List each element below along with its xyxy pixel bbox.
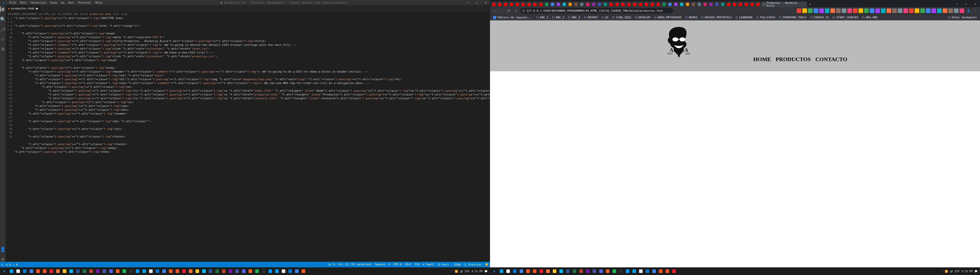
extension-icon[interactable] bbox=[864, 8, 869, 13]
taskbar-app-icon[interactable] bbox=[525, 268, 531, 275]
taskbar-app-icon[interactable] bbox=[227, 268, 234, 275]
bookmark-folder[interactable]: 🗀ENC_1 bbox=[535, 15, 550, 20]
tab-productos-html[interactable]: ◆ productos.html ● bbox=[6, 5, 41, 12]
taskbar-app-icon[interactable] bbox=[638, 268, 644, 275]
window-maximize-button[interactable]: ☐ bbox=[962, 1, 971, 7]
browser-tab[interactable] bbox=[626, 2, 632, 7]
taskbar-app-icon[interactable] bbox=[247, 268, 254, 275]
status-item[interactable]: Spaces: 4 bbox=[375, 263, 390, 267]
taskbar-app-icon[interactable] bbox=[267, 268, 274, 275]
browser-tab[interactable] bbox=[679, 2, 684, 7]
browser-tab[interactable] bbox=[667, 2, 673, 7]
window-close-button[interactable]: ✕ bbox=[971, 1, 980, 7]
back-button[interactable]: ← bbox=[492, 9, 497, 13]
taskbar-app-icon[interactable] bbox=[578, 268, 584, 275]
browser-tab[interactable] bbox=[544, 2, 549, 7]
browser-tab[interactable] bbox=[555, 2, 561, 7]
taskbar-app-icon[interactable] bbox=[598, 268, 605, 275]
window-minimize-button[interactable]: ─ bbox=[464, 1, 473, 4]
taskbar-app-icon[interactable] bbox=[240, 268, 247, 275]
taskbar-app-icon[interactable] bbox=[651, 268, 657, 275]
taskbar-app-icon[interactable] bbox=[68, 268, 75, 275]
taskbar-app-icon[interactable] bbox=[274, 268, 280, 275]
taskbar-app-icon[interactable] bbox=[617, 268, 624, 275]
taskbar-app-icon[interactable] bbox=[94, 268, 101, 275]
taskbar-app-icon[interactable] bbox=[254, 268, 260, 275]
menu-edit[interactable]: Edit bbox=[18, 1, 29, 4]
remote-indicator[interactable]: ⎌ bbox=[2, 263, 3, 266]
browser-tab[interactable] bbox=[649, 2, 655, 7]
browser-tab[interactable] bbox=[743, 2, 749, 7]
taskbar-app-icon[interactable] bbox=[545, 268, 551, 275]
clock[interactable]: 4:19 PM bbox=[962, 270, 972, 273]
bookmark-folder[interactable]: 🗀LEARNING bbox=[734, 15, 754, 20]
browser-tab[interactable] bbox=[673, 2, 679, 7]
taskbar-app-icon[interactable] bbox=[280, 268, 287, 275]
browser-tab[interactable] bbox=[661, 2, 667, 7]
extension-icon[interactable] bbox=[814, 8, 818, 13]
window-maximize-button[interactable]: ☐ bbox=[473, 1, 481, 4]
extension-icon[interactable] bbox=[875, 8, 880, 13]
network-icon[interactable]: 📶 bbox=[455, 270, 458, 273]
bookmark-folder[interactable]: 🗀CURSOS_V2 bbox=[808, 15, 831, 20]
notifications-icon[interactable]: 💬 bbox=[974, 270, 977, 273]
browser-tab[interactable] bbox=[603, 2, 608, 7]
taskbar-app-icon[interactable] bbox=[300, 268, 307, 275]
volume-icon[interactable]: 🔊 bbox=[950, 270, 953, 273]
browser-tab[interactable] bbox=[732, 2, 737, 7]
notifications-icon[interactable]: 💬 bbox=[484, 270, 487, 273]
profile-avatar[interactable]: 👤 bbox=[966, 9, 971, 13]
taskbar-app-icon[interactable] bbox=[194, 268, 200, 275]
browser-tab[interactable] bbox=[697, 2, 702, 7]
browser-tab[interactable] bbox=[573, 2, 579, 7]
address-bar[interactable]: ⓘ 127.0.0.1:5500/BEGINNER_PROGRAMMER/04_… bbox=[520, 8, 673, 14]
browser-tab[interactable] bbox=[520, 2, 526, 7]
taskbar-app-icon[interactable] bbox=[81, 268, 88, 275]
taskbar-app-icon[interactable] bbox=[141, 268, 148, 275]
browser-tab[interactable] bbox=[491, 2, 496, 7]
status-item[interactable]: 🔔 bbox=[485, 263, 488, 267]
taskbar-app-icon[interactable] bbox=[657, 268, 664, 275]
gear-icon[interactable]: ⚙ bbox=[2, 256, 4, 262]
extension-icon[interactable] bbox=[954, 8, 959, 13]
browser-tab[interactable] bbox=[726, 2, 732, 7]
browser-tab-active[interactable]: Productos - Barbería Alura bbox=[761, 2, 807, 7]
taskbar-app-icon[interactable] bbox=[551, 268, 558, 275]
taskbar-app-icon[interactable] bbox=[591, 268, 598, 275]
language-indicator[interactable]: ESP bbox=[465, 270, 469, 273]
browser-tab[interactable] bbox=[509, 2, 514, 7]
taskbar-app-icon[interactable] bbox=[75, 268, 81, 275]
git-icon[interactable]: ⎇ bbox=[0, 27, 6, 32]
browser-tab[interactable] bbox=[597, 2, 602, 7]
browser-tab[interactable] bbox=[532, 2, 538, 7]
chevron-up-icon[interactable]: ˄ bbox=[452, 270, 453, 273]
extension-icon[interactable] bbox=[859, 8, 863, 13]
status-item[interactable]: Ⓟ Port : 5500 bbox=[438, 263, 461, 267]
taskbar-app-icon[interactable] bbox=[8, 268, 15, 275]
status-item[interactable]: Ln 6, Col 23 (15 selected) bbox=[328, 263, 372, 267]
bookmark-folder[interactable]: 🗀FULLSTACK bbox=[755, 15, 777, 20]
taskbar-app-icon[interactable] bbox=[611, 268, 617, 275]
bookmark-folder[interactable]: 🗀DEVELOP bbox=[633, 15, 652, 20]
nav-link-home[interactable]: Home bbox=[753, 56, 771, 63]
taskbar-app-icon[interactable] bbox=[161, 268, 167, 275]
taskbar-app-icon[interactable] bbox=[21, 268, 28, 275]
taskbar-app-icon[interactable] bbox=[167, 268, 174, 275]
menu-view[interactable]: View bbox=[48, 1, 59, 4]
extension-icon[interactable] bbox=[802, 8, 807, 13]
browser-tab[interactable] bbox=[685, 2, 690, 7]
window-minimize-button[interactable]: ─ bbox=[953, 1, 962, 7]
start-button[interactable]: ⊞ bbox=[491, 268, 498, 275]
taskbar-app-icon[interactable] bbox=[207, 268, 214, 275]
menu-help[interactable]: Help bbox=[93, 1, 104, 4]
extension-icon[interactable] bbox=[808, 8, 813, 13]
browser-tab[interactable] bbox=[638, 2, 643, 7]
menu-go[interactable]: Go bbox=[59, 1, 66, 4]
browser-tab[interactable] bbox=[591, 2, 597, 7]
extension-icon[interactable] bbox=[842, 8, 846, 13]
extension-icon[interactable] bbox=[915, 8, 919, 13]
taskbar-app-icon[interactable] bbox=[108, 268, 115, 275]
browser-tab[interactable] bbox=[550, 2, 555, 7]
menu-terminal[interactable]: Terminal bbox=[76, 1, 93, 4]
browser-tab[interactable] bbox=[644, 2, 649, 7]
